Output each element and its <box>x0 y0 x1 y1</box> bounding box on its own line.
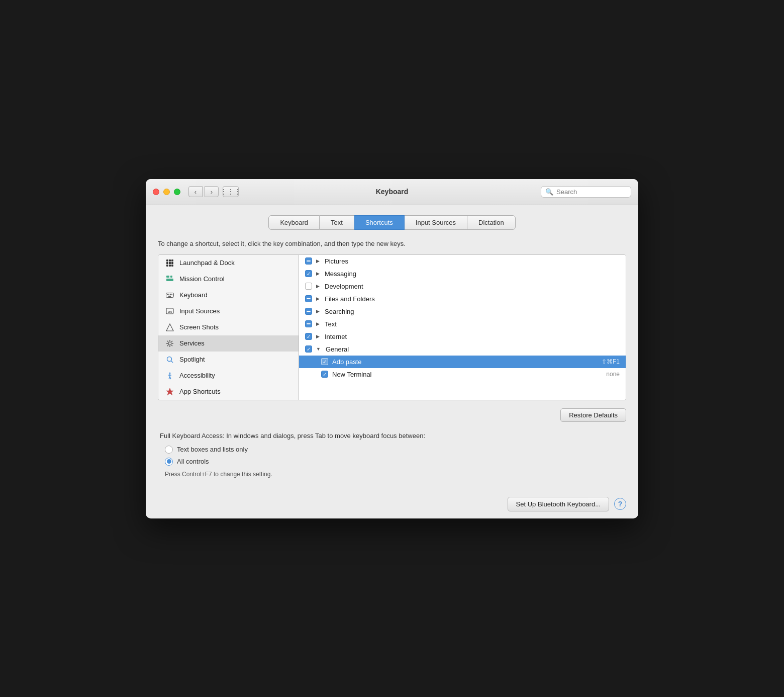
expand-files: ▶ <box>316 296 320 301</box>
tab-bar: Keyboard Text Shortcuts Input Sources Di… <box>158 215 626 230</box>
label-development: Development <box>325 283 363 290</box>
label-messaging: Messaging <box>325 270 356 278</box>
svg-rect-10 <box>170 276 172 278</box>
minimize-button[interactable] <box>163 189 170 195</box>
forward-button[interactable]: › <box>205 186 219 197</box>
main-window: ‹ › ⋮⋮⋮ Keyboard 🔍 Keyboard Text Shortcu… <box>146 179 638 518</box>
svg-rect-3 <box>166 262 168 264</box>
hint-text: To change a shortcut, select it, click t… <box>158 240 626 247</box>
checkbox-files[interactable] <box>305 295 312 302</box>
close-button[interactable] <box>153 189 159 195</box>
sidebar-item-keyboard[interactable]: Keyboard <box>158 287 299 303</box>
svg-rect-5 <box>171 262 173 264</box>
sidebar-label-accessibility: Accessibility <box>179 372 215 379</box>
sidebar-label-mission-control: Mission Control <box>179 275 225 283</box>
checkbox-pictures[interactable] <box>305 257 312 265</box>
checkbox-adb-paste[interactable]: ✓ <box>321 358 328 365</box>
shortcut-item-files[interactable]: ▶ Files and Folders <box>299 293 626 305</box>
expand-messaging: ▶ <box>316 271 320 276</box>
svg-line-30 <box>167 345 168 346</box>
svg-rect-15 <box>170 294 171 295</box>
radio-circle-all-controls[interactable] <box>165 458 173 466</box>
svg-rect-11 <box>166 279 173 281</box>
sidebar-label-app-shortcuts: App Shortcuts <box>179 388 221 395</box>
expand-internet: ▶ <box>316 334 320 339</box>
mission-control-icon <box>165 275 174 284</box>
radio-label-all-controls: All controls <box>177 458 209 465</box>
label-adb-paste: Adb paste <box>332 358 362 366</box>
sidebar-item-screenshots[interactable]: Screen Shots <box>158 319 299 335</box>
window-title: Keyboard <box>376 188 409 196</box>
shortcut-item-development[interactable]: ▶ Development <box>299 280 626 293</box>
checkbox-messaging[interactable]: ✓ <box>305 270 312 277</box>
checkbox-new-terminal[interactable]: ✓ <box>321 371 328 378</box>
expand-searching: ▶ <box>316 309 320 314</box>
keyboard-icon <box>165 291 174 300</box>
svg-rect-4 <box>169 262 171 264</box>
sidebar-label-launchpad: Launchpad & Dock <box>179 259 235 267</box>
fka-hint: Press Control+F7 to change this setting. <box>165 471 624 478</box>
tab-shortcuts[interactable]: Shortcuts <box>354 215 405 230</box>
radio-circle-text-boxes[interactable] <box>165 446 173 454</box>
sidebar-item-launchpad[interactable]: Launchpad & Dock <box>158 255 299 271</box>
sidebar-item-input-sources[interactable]: Aa Input Sources <box>158 303 299 319</box>
input-sources-icon: Aa <box>165 307 174 316</box>
titlebar: ‹ › ⋮⋮⋮ Keyboard 🔍 <box>146 179 638 205</box>
shortcut-item-new-terminal[interactable]: ✓ New Terminal none <box>299 368 626 381</box>
maximize-button[interactable] <box>174 189 180 195</box>
shortcut-item-general[interactable]: ✓ ▼ General <box>299 343 626 356</box>
search-input[interactable] <box>556 188 627 196</box>
app-shortcuts-icon <box>165 387 174 396</box>
shortcut-item-searching[interactable]: ▶ Searching <box>299 305 626 318</box>
svg-point-22 <box>168 342 171 345</box>
search-bar[interactable]: 🔍 <box>541 186 631 198</box>
tab-input-sources[interactable]: Input Sources <box>405 215 467 230</box>
sidebar-item-services[interactable]: Services <box>158 335 299 352</box>
svg-rect-7 <box>169 265 171 267</box>
shortcut-item-pictures[interactable]: ▶ Pictures <box>299 255 626 268</box>
svg-rect-16 <box>171 294 172 295</box>
radio-all-controls[interactable]: All controls <box>165 458 624 466</box>
tab-keyboard[interactable]: Keyboard <box>268 215 320 230</box>
svg-point-31 <box>167 357 172 361</box>
services-icon <box>165 339 174 348</box>
screenshot-icon <box>165 323 174 332</box>
svg-rect-17 <box>168 296 171 297</box>
checkbox-development[interactable] <box>305 283 312 290</box>
shortcut-item-text[interactable]: ▶ Text <box>299 318 626 330</box>
left-panel: Launchpad & Dock Mission Control Keyboar… <box>158 255 299 400</box>
shortcut-adb-paste: ⇧⌘F1 <box>602 358 620 365</box>
svg-line-29 <box>171 340 172 341</box>
checkbox-general[interactable]: ✓ <box>305 345 312 353</box>
svg-rect-9 <box>166 276 169 278</box>
shortcut-item-internet[interactable]: ✓ ▶ Internet <box>299 330 626 343</box>
sidebar-item-app-shortcuts[interactable]: App Shortcuts <box>158 384 299 400</box>
shortcut-panels: Launchpad & Dock Mission Control Keyboar… <box>158 254 626 400</box>
bluetooth-keyboard-button[interactable]: Set Up Bluetooth Keyboard... <box>508 497 609 511</box>
radio-text-boxes[interactable]: Text boxes and lists only <box>165 446 624 454</box>
sidebar-item-accessibility[interactable]: Accessibility <box>158 368 299 384</box>
label-pictures: Pictures <box>325 257 348 265</box>
right-panel: ▶ Pictures ✓ ▶ Messaging ▶ Development <box>299 255 626 400</box>
checkbox-text[interactable] <box>305 320 312 327</box>
content-area: Keyboard Text Shortcuts Input Sources Di… <box>146 205 638 490</box>
svg-rect-6 <box>166 265 168 267</box>
label-internet: Internet <box>325 333 347 340</box>
help-button[interactable]: ? <box>614 498 626 510</box>
accessibility-icon <box>165 371 174 380</box>
tab-text[interactable]: Text <box>320 215 354 230</box>
restore-defaults-button[interactable]: Restore Defaults <box>560 408 626 422</box>
fka-radio-group: Text boxes and lists only All controls <box>165 446 624 466</box>
tab-dictation[interactable]: Dictation <box>467 215 516 230</box>
sidebar-label-input-sources: Input Sources <box>179 307 220 315</box>
grid-button[interactable]: ⋮⋮⋮ <box>223 186 239 197</box>
back-button[interactable]: ‹ <box>188 186 203 197</box>
checkbox-internet[interactable]: ✓ <box>305 333 312 340</box>
shortcut-item-messaging[interactable]: ✓ ▶ Messaging <box>299 268 626 280</box>
svg-rect-13 <box>167 294 168 295</box>
svg-line-27 <box>167 340 168 341</box>
sidebar-item-spotlight[interactable]: Spotlight <box>158 352 299 368</box>
checkbox-searching[interactable] <box>305 308 312 315</box>
sidebar-item-mission-control[interactable]: Mission Control <box>158 271 299 287</box>
shortcut-item-adb-paste[interactable]: ✓ Adb paste ⇧⌘F1 <box>299 356 626 368</box>
